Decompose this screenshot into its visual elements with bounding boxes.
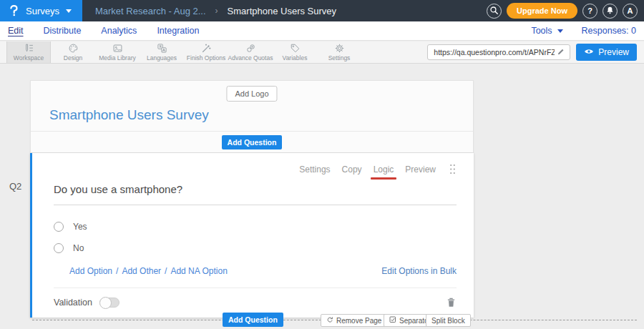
add-option-links: Add Option / Add Other / Add NA Option	[69, 266, 228, 276]
question-copy-link[interactable]: Copy	[342, 164, 362, 175]
option-links-row: Add Option / Add Other / Add NA Option E…	[54, 266, 457, 276]
link-separator: /	[116, 266, 118, 276]
survey-url-input[interactable]	[428, 48, 557, 57]
question-text[interactable]: Do you use a smartphone?	[54, 183, 457, 205]
validation-toggle[interactable]	[99, 298, 119, 308]
main-menu-bar: Edit Distribute Analytics Integration To…	[0, 21, 644, 41]
trash-icon	[446, 297, 457, 308]
search-button[interactable]	[487, 4, 502, 19]
answer-option-row: Yes	[54, 222, 457, 232]
notifications-button[interactable]	[602, 4, 618, 19]
toolbar-item-languages[interactable]: Languages	[140, 41, 184, 63]
tools-label: Tools	[531, 26, 552, 36]
question-more-menu[interactable]	[449, 163, 457, 175]
bell-icon	[605, 6, 615, 16]
add-question-strip: Add Question	[31, 131, 473, 152]
breadcrumb-folder[interactable]: Market Research - Aug 2...	[95, 6, 206, 16]
menu-right: Tools Responses: 0	[531, 26, 636, 36]
questionpro-logo-icon	[7, 4, 21, 18]
languages-icon	[157, 43, 167, 54]
tab-distribute[interactable]: Distribute	[44, 26, 82, 36]
question-actions: Settings Copy Logic Preview	[54, 163, 457, 175]
add-option-link[interactable]: Add Option	[69, 266, 112, 276]
editor-toolbar: Workspace Design Media Library	[0, 41, 644, 64]
toolbar-item-settings[interactable]: Settings	[317, 41, 361, 63]
kebab-dots-icon	[449, 163, 457, 175]
search-icon	[489, 5, 499, 17]
toolbar-item-advance-quotas[interactable]: Advance Quotas	[228, 41, 273, 63]
page-break-row: Add Question Remove Page Break Separator…	[32, 313, 637, 328]
upgrade-now-button[interactable]: Upgrade Now	[507, 3, 577, 19]
survey-url-box	[427, 44, 570, 60]
radio-button[interactable]	[54, 243, 64, 253]
question-block: Settings Copy Logic Preview Do you use a…	[30, 153, 474, 318]
split-block-label: Split Block	[431, 317, 465, 325]
chevron-down-icon	[557, 29, 563, 33]
toolbar-item-finish-options[interactable]: Finish Options	[184, 41, 228, 63]
toolbar-item-media-library[interactable]: Media Library	[95, 41, 140, 63]
add-question-button-top[interactable]: Add Question	[222, 135, 283, 149]
surveys-menu[interactable]: Surveys	[0, 0, 82, 21]
eye-icon	[584, 47, 594, 58]
answer-option-label[interactable]: No	[73, 243, 84, 253]
help-button[interactable]: ?	[582, 4, 597, 19]
question-settings-link[interactable]: Settings	[299, 164, 330, 175]
chain-links-icon	[245, 43, 256, 54]
toolbar-item-label: Settings	[328, 54, 351, 62]
survey-title[interactable]: Smartphone Users Survey	[49, 107, 209, 123]
survey-card: Add Logo Smartphone Users Survey Add Que…	[30, 80, 474, 318]
survey-title-area: Add Logo Smartphone Users Survey	[31, 81, 473, 131]
add-na-option-link[interactable]: Add NA Option	[170, 266, 227, 276]
edit-url-button[interactable]	[557, 46, 570, 59]
avatar[interactable]: A	[623, 4, 638, 19]
product-name: Surveys	[26, 6, 59, 16]
delete-question-button[interactable]	[446, 297, 457, 308]
breadcrumb: Market Research - Aug 2... › Smartphone …	[95, 6, 336, 16]
responses-count[interactable]: Responses: 0	[582, 26, 636, 36]
chevron-down-icon	[66, 9, 72, 13]
radio-button[interactable]	[54, 222, 64, 232]
toolbar-item-label: Finish Options	[187, 54, 225, 62]
toolbar-right: Preview	[427, 41, 644, 63]
gear-icon	[334, 43, 345, 54]
breadcrumb-separator: ›	[215, 6, 218, 16]
question-logic-link[interactable]: Logic	[374, 164, 394, 175]
main-tabs: Edit Distribute Analytics Integration	[8, 26, 199, 36]
toolbar-item-label: Advance Quotas	[228, 54, 273, 62]
toolbar-item-design[interactable]: Design	[51, 41, 95, 63]
survey-header-section: Add Logo Smartphone Users Survey Add Que…	[30, 80, 474, 153]
toolbar-item-label: Languages	[147, 54, 177, 62]
edit-options-in-bulk-link[interactable]: Edit Options in Bulk	[381, 266, 457, 276]
survey-editor-canvas: Q2 Add Logo Smartphone Users Survey Add …	[0, 64, 644, 329]
toolbar-item-variables[interactable]: Variables	[273, 41, 317, 63]
top-navigation-bar: Surveys Market Research - Aug 2... › Sma…	[0, 0, 644, 21]
tab-integration[interactable]: Integration	[157, 26, 199, 36]
question-preview-link[interactable]: Preview	[405, 164, 436, 175]
add-other-link[interactable]: Add Other	[122, 266, 161, 276]
media-library-icon	[112, 43, 123, 54]
add-question-button-bottom[interactable]: Add Question	[223, 313, 283, 327]
design-palette-icon	[68, 43, 79, 54]
split-block-button[interactable]: Split Block	[426, 314, 471, 327]
tab-analytics[interactable]: Analytics	[101, 26, 137, 36]
preview-label: Preview	[598, 47, 629, 57]
add-logo-button[interactable]: Add Logo	[226, 86, 277, 102]
link-separator: /	[165, 266, 167, 276]
toggle-knob	[99, 297, 112, 309]
breadcrumb-current: Smartphone Users Survey	[228, 6, 336, 16]
pencil-icon	[557, 46, 565, 59]
checkbox-checked-icon	[389, 316, 396, 325]
toolbar-item-label: Workspace	[14, 54, 44, 62]
toolbar-item-workspace[interactable]: Workspace	[6, 41, 51, 63]
tab-edit[interactable]: Edit	[8, 26, 24, 36]
answer-option-row: No	[54, 243, 457, 253]
tag-icon	[290, 43, 301, 54]
toolbar-item-label: Design	[64, 54, 82, 62]
workspace-icon	[24, 43, 34, 54]
preview-button[interactable]: Preview	[576, 44, 637, 61]
question-number: Q2	[9, 181, 21, 192]
tools-dropdown[interactable]: Tools	[531, 26, 562, 36]
answer-option-label[interactable]: Yes	[73, 222, 87, 232]
toolbar-item-label: Variables	[283, 54, 308, 62]
refresh-icon	[326, 316, 333, 325]
